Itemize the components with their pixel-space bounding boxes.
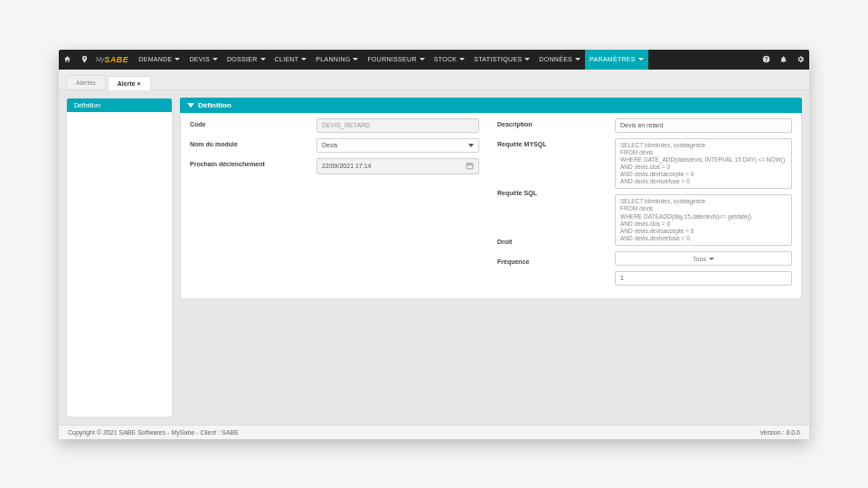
label-droit: Droit [497,236,597,250]
nav-spacer [648,50,758,70]
footer: Copyright © 2021 SABE Softwares - MySabe… [59,425,809,439]
chevron-down-icon [260,58,266,61]
tab-label: Alertes [76,80,96,86]
nav-label: PLANNING [316,56,350,62]
brand-prefix: My [96,56,104,62]
sql-textarea[interactable]: SELECT bbmindex, codeagence FROM devis W… [615,194,792,246]
nav-label: STOCK [434,56,458,62]
module-value: Devis [322,142,338,148]
chevron-down-icon [575,58,580,61]
gear-icon[interactable] [792,50,809,70]
navbar: My SABE DEMANDE DEVIS DOSSIER CLIENT PLA… [59,50,809,70]
nav-label: DONNÉES [539,56,572,62]
nav-left: My SABE DEMANDE DEVIS DOSSIER CLIENT PLA… [59,50,648,70]
label-module: Nom du module [190,138,298,153]
svg-rect-0 [467,163,473,168]
droit-select[interactable]: Tous [615,251,792,266]
tabs: Alertes Alerte × [59,70,809,90]
label-mysql: Requête MYSQL [497,138,597,182]
frequence-input[interactable]: 1 [615,271,792,286]
chevron-down-icon [709,258,714,260]
location-icon[interactable] [76,50,93,70]
label-description: Description [497,118,597,133]
nav-donnees[interactable]: DONNÉES [534,50,585,70]
nav-label: DEMANDE [138,56,172,62]
nav-label: CLIENT [275,56,299,62]
main-panel: Définition Code Nom du module Prochain d… [180,98,802,418]
side-item-definition[interactable]: Définition [67,99,172,112]
nav-label: DEVIS [189,56,210,62]
droit-value: Tous [693,256,706,262]
label-frequence: Fréquence [497,256,597,270]
tab-alerte[interactable]: Alerte × [108,76,151,90]
panel-body: Code Nom du module Prochain déclenchemen… [180,113,802,300]
body: Définition Définition Code Nom du module… [59,90,809,425]
nav-label: FOURNISSEUR [367,56,416,62]
chevron-down-icon [175,58,180,61]
home-icon[interactable] [59,50,76,70]
chevron-down-icon [459,58,465,61]
nav-fournisseur[interactable]: FOURNISSEUR [363,50,429,70]
left-fields: DEVIS_RETARD Devis 22/09/2021 17:14 [316,118,479,286]
tab-label: Alerte × [118,80,141,87]
panel-title: Définition [198,101,231,109]
notifications-icon[interactable] [775,50,792,70]
nav-stock[interactable]: STOCK [429,50,470,70]
label-code: Code [190,118,298,133]
label-sql: Requête SQL [497,187,597,230]
app-shell: My SABE DEMANDE DEVIS DOSSIER CLIENT PLA… [59,50,809,439]
side-panel: Définition [66,98,173,418]
chevron-down-icon [212,58,218,61]
nav-label: PARAMÈTRES [590,56,636,62]
panel-header[interactable]: Définition [180,98,802,113]
chevron-down-icon [353,58,358,61]
chevron-down-icon [638,58,644,61]
chevron-down-icon [187,103,194,108]
nav-demande[interactable]: DEMANDE [134,50,184,70]
chevron-down-icon [301,58,307,61]
nav-right [758,50,809,70]
chevron-down-icon [468,144,474,147]
nav-planning[interactable]: PLANNING [311,50,363,70]
nav-label: STATISTIQUES [474,56,522,62]
brand[interactable]: My SABE [93,50,134,70]
calendar-icon [466,162,474,171]
footer-left: Copyright © 2021 SABE Softwares - MySabe… [68,429,239,436]
footer-right: Version : 8.0.6 [760,429,800,436]
chevron-down-icon [420,58,425,61]
description-input[interactable]: Devis en retard [615,118,792,133]
label-declenchement: Prochain déclenchement [190,158,298,173]
nav-statistiques[interactable]: STATISTIQUES [469,50,534,70]
nav-devis[interactable]: DEVIS [184,50,222,70]
question-icon[interactable] [758,50,775,70]
nav-client[interactable]: CLIENT [270,50,312,70]
module-select[interactable]: Devis [316,138,479,153]
brand-name: SABE [104,55,128,64]
nav-label: DOSSIER [227,56,258,62]
nav-dossier[interactable]: DOSSIER [222,50,270,70]
declenchement-datepicker[interactable]: 22/09/2021 17:14 [316,158,479,174]
nav-parametres[interactable]: PARAMÈTRES [585,50,648,70]
left-labels: Code Nom du module Prochain déclenchemen… [190,118,298,286]
right-fields: Devis en retard SELECT bbmindex, codeage… [615,118,792,286]
chevron-down-icon [524,58,530,61]
code-input[interactable]: DEVIS_RETARD [316,118,479,133]
right-labels: Description Requête MYSQL Requête SQL Dr… [497,118,597,286]
tab-alertes[interactable]: Alertes [66,75,106,89]
mysql-textarea[interactable]: SELECT bbmindex, codeagence FROM devis W… [615,138,792,190]
date-value: 22/09/2021 17:14 [322,163,372,169]
